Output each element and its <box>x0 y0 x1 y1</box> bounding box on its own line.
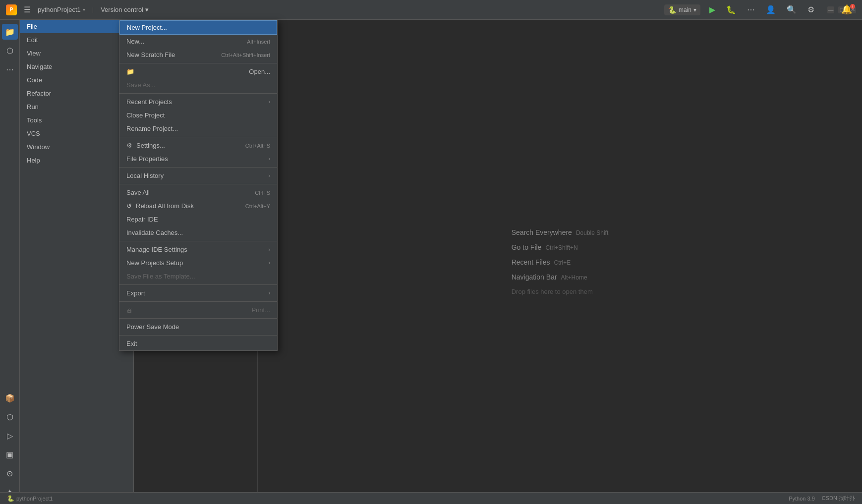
submenu-save-all[interactable]: Save All Ctrl+S <box>119 186 277 199</box>
menu-item-navigate[interactable]: Navigate › <box>20 60 133 73</box>
submenu-settings[interactable]: ⚙ Settings... Ctrl+Alt+S <box>119 139 277 152</box>
submenu-file-properties[interactable]: File Properties › <box>119 152 277 166</box>
settings-icon: ⚙ <box>126 142 132 149</box>
divider-8 <box>119 301 277 302</box>
statusbar-platform[interactable]: CSDN·找叶扑 <box>822 495 855 502</box>
profile-button[interactable]: 👤 <box>764 4 778 15</box>
titlebar-right: 🐍 main ▾ ▶ 🐛 ⋯ 👤 🔍 ⚙ — □ ✕ <box>664 4 856 15</box>
recent-projects-arrow: › <box>269 99 270 105</box>
more-actions-button[interactable]: ⋯ <box>745 4 757 15</box>
divider-5 <box>119 184 277 184</box>
submenu-manage-ide-settings[interactable]: Manage IDE Settings › <box>119 243 277 256</box>
project-chevron-icon: ▾ <box>83 7 85 12</box>
sidebar-item-layers[interactable]: ⬡ <box>2 409 18 425</box>
main-content: Search Everywhere Double Shift Go to Fil… <box>258 20 862 504</box>
branch-icon: 🐍 <box>668 6 677 14</box>
divider-7 <box>119 284 277 285</box>
shortcut-go-to-file: Go to File Ctrl+Shift+N <box>512 243 609 251</box>
submenu-new-project[interactable]: New Project... <box>119 20 277 35</box>
menu-item-view[interactable]: View › <box>20 47 133 60</box>
divider-9 <box>119 318 277 319</box>
submenu-close-project[interactable]: Close Project <box>119 109 277 122</box>
statusbar-right: Python 3.9 CSDN·找叶扑 <box>789 495 855 502</box>
file-submenu: New Project... New... Alt+Insert New Scr… <box>119 20 278 351</box>
file-menu-panel: File › Edit › View › Navigate › Code › R… <box>20 20 134 504</box>
submenu-new-scratch-file[interactable]: New Scratch File Ctrl+Alt+Shift+Insert <box>119 48 277 61</box>
statusbar-python-version[interactable]: Python 3.9 <box>789 496 815 502</box>
main-layout: 📁 ⬡ ⋯ 📦 ⬡ ▷ ▣ ⊙ ✦ File › Edit › View › N… <box>0 20 862 504</box>
manage-ide-arrow: › <box>269 247 270 252</box>
sidebar-item-terminal[interactable]: ▣ <box>2 447 18 462</box>
submenu-save-file-template: Save File as Template... <box>119 270 277 283</box>
submenu-export[interactable]: Export › <box>119 286 277 300</box>
menu-item-refactor[interactable]: Refactor › <box>20 87 133 100</box>
search-everywhere-button[interactable]: 🔍 <box>785 4 799 15</box>
sidebar-item-python-packages[interactable]: 📦 <box>2 390 18 406</box>
notification-badge: ! <box>850 4 855 9</box>
submenu-local-history[interactable]: Local History › <box>119 169 277 182</box>
sidebar-item-files[interactable]: 📁 <box>2 24 18 40</box>
sidebar-icons: 📁 ⬡ ⋯ 📦 ⬡ ▷ ▣ ⊙ ✦ <box>0 20 20 504</box>
app-logo: P <box>6 4 17 15</box>
file-props-arrow: › <box>269 156 270 162</box>
submenu-open[interactable]: 📁 Open... <box>119 65 277 78</box>
divider-4 <box>119 167 277 168</box>
vcs-chevron-icon: ▾ <box>145 6 149 13</box>
submenu-invalidate-caches[interactable]: Invalidate Caches... <box>119 226 277 239</box>
local-history-arrow: › <box>269 173 270 178</box>
menu-item-tools[interactable]: Tools › <box>20 113 133 127</box>
submenu-reload-all[interactable]: ↺ Reload All from Disk Ctrl+Alt+Y <box>119 199 277 213</box>
shortcut-search-everywhere: Search Everywhere Double Shift <box>512 228 609 236</box>
menu-item-code[interactable]: Code › <box>20 73 133 87</box>
notification-bell[interactable]: 🔔 ! <box>841 4 855 18</box>
submenu-power-save-mode[interactable]: Power Save Mode <box>119 320 277 334</box>
debug-button[interactable]: 🐛 <box>724 4 738 15</box>
menu-item-vcs[interactable]: VCS › <box>20 127 133 140</box>
submenu-recent-projects[interactable]: Recent Projects › <box>119 95 277 109</box>
menu-item-run[interactable]: Run › <box>20 100 133 113</box>
submenu-repair-ide[interactable]: Repair IDE <box>119 213 277 226</box>
open-folder-icon: 📁 <box>126 68 134 75</box>
settings-button[interactable]: ⚙ <box>805 4 816 15</box>
statusbar-left: 🐍 pythonProject1 <box>7 495 53 502</box>
divider-2 <box>119 93 277 94</box>
submenu-print: 🖨 Print... <box>119 303 277 317</box>
sidebar-item-plugins[interactable]: ⬡ <box>2 43 18 58</box>
statusbar: 🐍 pythonProject1 Python 3.9 CSDN·找叶扑 <box>0 492 862 504</box>
print-icon: 🖨 <box>126 306 133 314</box>
shortcuts-panel: Search Everywhere Double Shift Go to Fil… <box>512 228 609 295</box>
submenu-new-projects-setup[interactable]: New Projects Setup › <box>119 256 277 270</box>
submenu-rename-project[interactable]: Rename Project... <box>119 122 277 135</box>
project-name-label[interactable]: pythonProject1 ▾ <box>38 6 85 13</box>
divider-1 <box>119 63 277 63</box>
sidebar-item-run[interactable]: ▷ <box>2 428 18 444</box>
menu-item-edit[interactable]: Edit › <box>20 33 133 47</box>
drop-files-hint: Drop files here to open them <box>512 288 609 295</box>
menu-item-file[interactable]: File › <box>20 20 133 33</box>
divider-10 <box>119 335 277 336</box>
shortcut-recent-files: Recent Files Ctrl+E <box>512 258 609 266</box>
menu-item-window[interactable]: Window › <box>20 140 133 154</box>
sidebar-more-button[interactable]: ⋯ <box>2 61 18 77</box>
hamburger-menu-button[interactable]: ☰ <box>22 3 33 16</box>
project-icon: 🐍 <box>7 495 14 502</box>
sidebar-item-todo[interactable]: ⊙ <box>2 465 18 481</box>
minimize-button[interactable]: — <box>827 6 834 13</box>
branch-chevron-icon: ▾ <box>693 6 696 13</box>
menu-item-help[interactable]: Help › <box>20 154 133 167</box>
submenu-exit[interactable]: Exit <box>119 337 277 350</box>
submenu-new[interactable]: New... Alt+Insert <box>119 35 277 48</box>
vcs-label[interactable]: Version control ▾ <box>101 6 149 13</box>
titlebar: P ☰ pythonProject1 ▾ | Version control ▾… <box>0 0 862 20</box>
export-arrow: › <box>269 290 270 296</box>
new-projects-setup-arrow: › <box>269 260 270 266</box>
branch-button[interactable]: 🐍 main ▾ <box>664 4 700 15</box>
statusbar-project[interactable]: 🐍 pythonProject1 <box>7 495 53 502</box>
run-button[interactable]: ▶ <box>707 4 717 15</box>
divider-6 <box>119 241 277 241</box>
submenu-save-as: Save As... <box>119 78 277 92</box>
divider-3 <box>119 137 277 137</box>
reload-icon: ↺ <box>126 202 132 210</box>
shortcut-navigation-bar: Navigation Bar Alt+Home <box>512 273 609 281</box>
